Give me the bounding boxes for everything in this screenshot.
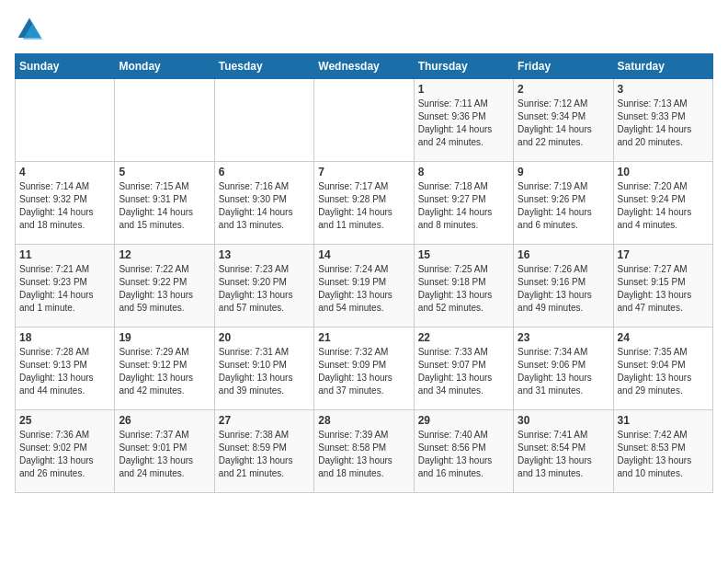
calendar-day-cell: 11Sunrise: 7:21 AM Sunset: 9:23 PM Dayli… [16,245,115,327]
day-number: 19 [119,331,210,344]
calendar-day-cell: 27Sunrise: 7:38 AM Sunset: 8:59 PM Dayli… [214,410,313,493]
day-number: 7 [318,166,409,178]
day-number: 30 [518,414,609,427]
day-content: Sunrise: 7:38 AM Sunset: 8:59 PM Dayligh… [219,429,310,480]
calendar-day-cell: 12Sunrise: 7:22 AM Sunset: 9:22 PM Dayli… [115,245,214,327]
day-content: Sunrise: 7:40 AM Sunset: 8:56 PM Dayligh… [418,429,509,480]
day-content: Sunrise: 7:42 AM Sunset: 8:53 PM Dayligh… [618,429,709,480]
column-header-wednesday: Wednesday [314,54,414,79]
day-number: 28 [318,414,409,427]
calendar-day-cell: 25Sunrise: 7:36 AM Sunset: 9:02 PM Dayli… [16,410,115,493]
calendar-day-cell: 16Sunrise: 7:26 AM Sunset: 9:16 PM Dayli… [514,245,613,327]
calendar-day-cell: 20Sunrise: 7:31 AM Sunset: 9:10 PM Dayli… [214,327,313,410]
calendar-day-cell: 18Sunrise: 7:28 AM Sunset: 9:13 PM Dayli… [16,327,115,410]
calendar-day-cell: 28Sunrise: 7:39 AM Sunset: 8:58 PM Dayli… [314,410,414,493]
calendar-day-cell [115,79,214,162]
day-number: 2 [518,83,609,96]
calendar-day-cell: 13Sunrise: 7:23 AM Sunset: 9:20 PM Dayli… [214,245,313,327]
day-content: Sunrise: 7:27 AM Sunset: 9:15 PM Dayligh… [618,263,709,315]
calendar-day-cell: 5Sunrise: 7:15 AM Sunset: 9:31 PM Daylig… [115,162,214,245]
calendar-week-row: 25Sunrise: 7:36 AM Sunset: 9:02 PM Dayli… [16,410,713,493]
day-content: Sunrise: 7:18 AM Sunset: 9:27 PM Dayligh… [418,180,509,232]
day-number: 3 [618,83,709,96]
day-number: 1 [418,83,509,96]
page-header [15,15,713,44]
calendar-day-cell: 31Sunrise: 7:42 AM Sunset: 8:53 PM Dayli… [613,410,712,493]
calendar-day-cell: 8Sunrise: 7:18 AM Sunset: 9:27 PM Daylig… [414,162,513,245]
day-content: Sunrise: 7:15 AM Sunset: 9:31 PM Dayligh… [119,180,210,232]
day-number: 16 [518,248,609,261]
calendar-day-cell: 2Sunrise: 7:12 AM Sunset: 9:34 PM Daylig… [514,79,613,162]
calendar-day-cell: 1Sunrise: 7:11 AM Sunset: 9:36 PM Daylig… [414,79,513,162]
calendar-day-cell: 15Sunrise: 7:25 AM Sunset: 9:18 PM Dayli… [414,245,513,327]
calendar-day-cell: 21Sunrise: 7:32 AM Sunset: 9:09 PM Dayli… [314,327,414,410]
calendar-week-row: 1Sunrise: 7:11 AM Sunset: 9:36 PM Daylig… [16,79,713,162]
day-number: 22 [418,331,509,344]
day-number: 5 [119,166,210,178]
day-content: Sunrise: 7:24 AM Sunset: 9:19 PM Dayligh… [318,263,409,315]
day-content: Sunrise: 7:14 AM Sunset: 9:32 PM Dayligh… [19,180,110,232]
logo [15,15,48,44]
day-content: Sunrise: 7:28 AM Sunset: 9:13 PM Dayligh… [19,346,110,397]
day-number: 12 [119,248,210,261]
logo-icon [15,15,44,44]
column-header-sunday: Sunday [16,54,115,79]
day-content: Sunrise: 7:11 AM Sunset: 9:36 PM Dayligh… [418,98,509,149]
day-number: 25 [19,414,110,427]
column-header-friday: Friday [514,54,613,79]
calendar-day-cell: 9Sunrise: 7:19 AM Sunset: 9:26 PM Daylig… [514,162,613,245]
calendar-day-cell: 6Sunrise: 7:16 AM Sunset: 9:30 PM Daylig… [214,162,313,245]
calendar-day-cell: 10Sunrise: 7:20 AM Sunset: 9:24 PM Dayli… [613,162,712,245]
day-content: Sunrise: 7:31 AM Sunset: 9:10 PM Dayligh… [219,346,310,397]
day-number: 4 [19,166,110,178]
calendar-day-cell: 7Sunrise: 7:17 AM Sunset: 9:28 PM Daylig… [314,162,414,245]
calendar-day-cell [16,79,115,162]
day-number: 17 [618,248,709,261]
day-content: Sunrise: 7:36 AM Sunset: 9:02 PM Dayligh… [19,429,110,480]
day-number: 26 [119,414,210,427]
calendar-day-cell: 3Sunrise: 7:13 AM Sunset: 9:33 PM Daylig… [613,79,712,162]
day-number: 6 [219,166,310,178]
day-content: Sunrise: 7:29 AM Sunset: 9:12 PM Dayligh… [119,346,210,397]
day-content: Sunrise: 7:37 AM Sunset: 9:01 PM Dayligh… [119,429,210,480]
day-number: 23 [518,331,609,344]
calendar-day-cell: 17Sunrise: 7:27 AM Sunset: 9:15 PM Dayli… [613,245,712,327]
day-content: Sunrise: 7:21 AM Sunset: 9:23 PM Dayligh… [19,263,110,315]
day-number: 27 [219,414,310,427]
calendar-day-cell: 14Sunrise: 7:24 AM Sunset: 9:19 PM Dayli… [314,245,414,327]
calendar-table: SundayMondayTuesdayWednesdayThursdayFrid… [15,53,713,493]
day-number: 31 [618,414,709,427]
day-number: 21 [318,331,409,344]
column-header-saturday: Saturday [613,54,712,79]
column-header-monday: Monday [115,54,214,79]
column-header-tuesday: Tuesday [214,54,313,79]
day-content: Sunrise: 7:33 AM Sunset: 9:07 PM Dayligh… [418,346,509,397]
day-content: Sunrise: 7:32 AM Sunset: 9:09 PM Dayligh… [318,346,409,397]
day-content: Sunrise: 7:17 AM Sunset: 9:28 PM Dayligh… [318,180,409,232]
day-number: 15 [418,248,509,261]
calendar-day-cell [314,79,414,162]
day-number: 24 [618,331,709,344]
calendar-day-cell: 19Sunrise: 7:29 AM Sunset: 9:12 PM Dayli… [115,327,214,410]
day-number: 13 [219,248,310,261]
day-content: Sunrise: 7:16 AM Sunset: 9:30 PM Dayligh… [219,180,310,232]
day-number: 20 [219,331,310,344]
day-content: Sunrise: 7:19 AM Sunset: 9:26 PM Dayligh… [518,180,609,232]
calendar-day-cell: 22Sunrise: 7:33 AM Sunset: 9:07 PM Dayli… [414,327,513,410]
day-content: Sunrise: 7:35 AM Sunset: 9:04 PM Dayligh… [618,346,709,397]
day-content: Sunrise: 7:25 AM Sunset: 9:18 PM Dayligh… [418,263,509,315]
calendar-day-cell: 26Sunrise: 7:37 AM Sunset: 9:01 PM Dayli… [115,410,214,493]
calendar-header-row: SundayMondayTuesdayWednesdayThursdayFrid… [16,54,713,79]
calendar-day-cell: 30Sunrise: 7:41 AM Sunset: 8:54 PM Dayli… [514,410,613,493]
column-header-thursday: Thursday [414,54,513,79]
calendar-day-cell: 29Sunrise: 7:40 AM Sunset: 8:56 PM Dayli… [414,410,513,493]
day-content: Sunrise: 7:12 AM Sunset: 9:34 PM Dayligh… [518,98,609,149]
day-content: Sunrise: 7:20 AM Sunset: 9:24 PM Dayligh… [618,180,709,232]
calendar-day-cell [214,79,313,162]
day-number: 11 [19,248,110,261]
calendar-week-row: 18Sunrise: 7:28 AM Sunset: 9:13 PM Dayli… [16,327,713,410]
day-number: 10 [618,166,709,178]
day-content: Sunrise: 7:39 AM Sunset: 8:58 PM Dayligh… [318,429,409,480]
day-content: Sunrise: 7:41 AM Sunset: 8:54 PM Dayligh… [518,429,609,480]
calendar-week-row: 11Sunrise: 7:21 AM Sunset: 9:23 PM Dayli… [16,245,713,327]
